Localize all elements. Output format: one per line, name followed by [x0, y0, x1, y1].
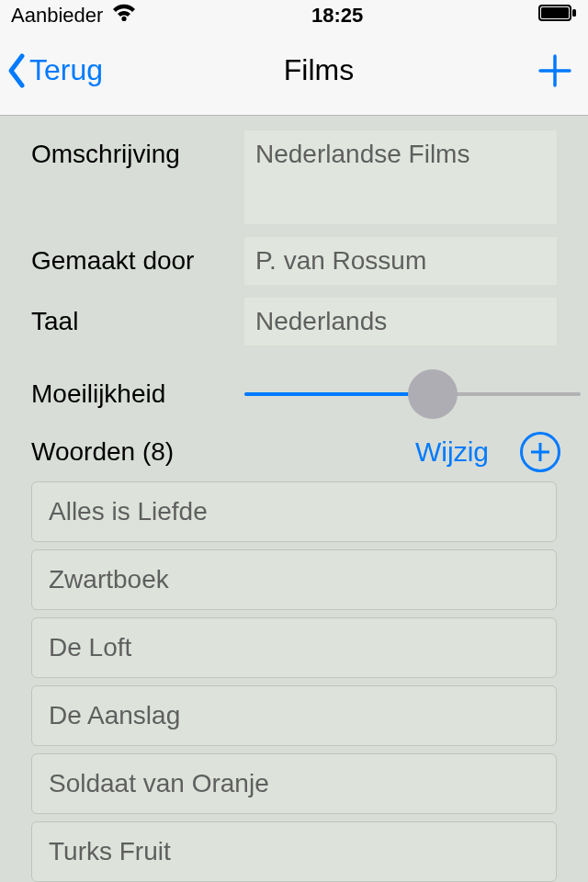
back-button[interactable]: Terug [6, 52, 103, 89]
svg-rect-2 [572, 9, 576, 17]
word-list: Alles is LiefdeZwartboekDe LoftDe Aansla… [0, 481, 588, 882]
author-field[interactable]: P. van Rossum [244, 237, 557, 285]
word-item[interactable]: Turks Fruit [31, 821, 557, 882]
language-field[interactable]: Nederlands [244, 298, 557, 345]
add-button[interactable] [535, 51, 575, 91]
plus-circle-icon [527, 439, 553, 465]
svg-rect-1 [541, 7, 569, 18]
nav-bar: Terug Films [0, 31, 588, 116]
content-area: Omschrijving Nederlandse Films Gemaakt d… [0, 116, 588, 882]
page-title: Films [103, 53, 535, 87]
language-row: Taal Nederlands [0, 298, 588, 355]
plus-icon [537, 53, 572, 88]
difficulty-slider[interactable] [244, 373, 581, 415]
wifi-icon [112, 4, 136, 28]
slider-fill [244, 392, 433, 396]
clock: 18:25 [311, 4, 363, 28]
word-item[interactable]: Alles is Liefde [31, 481, 557, 542]
description-label: Omschrijving [31, 130, 244, 169]
author-label: Gemaakt door [31, 237, 244, 276]
battery-icon [538, 4, 577, 28]
slider-thumb[interactable] [408, 369, 458, 419]
add-word-button[interactable] [520, 432, 560, 472]
edit-button[interactable]: Wijzig [415, 436, 489, 468]
word-item[interactable]: De Loft [31, 617, 557, 678]
difficulty-label: Moeilijkheid [31, 379, 244, 409]
chevron-left-icon [6, 52, 28, 89]
difficulty-row: Moeilijkheid [0, 358, 588, 426]
words-title: Woorden (8) [31, 437, 174, 467]
author-row: Gemaakt door P. van Rossum [0, 237, 588, 294]
description-row: Omschrijving Nederlandse Films [0, 130, 588, 233]
back-label: Terug [29, 53, 103, 87]
word-item[interactable]: De Aanslag [31, 685, 557, 746]
status-bar: Aanbieder 18:25 [0, 0, 588, 31]
description-field[interactable]: Nederlandse Films [244, 130, 557, 224]
language-label: Taal [31, 298, 244, 336]
word-item[interactable]: Zwartboek [31, 549, 557, 610]
word-item[interactable]: Soldaat van Oranje [31, 753, 557, 814]
words-header: Woorden (8) Wijzig [0, 426, 588, 481]
carrier-label: Aanbieder [11, 4, 103, 28]
